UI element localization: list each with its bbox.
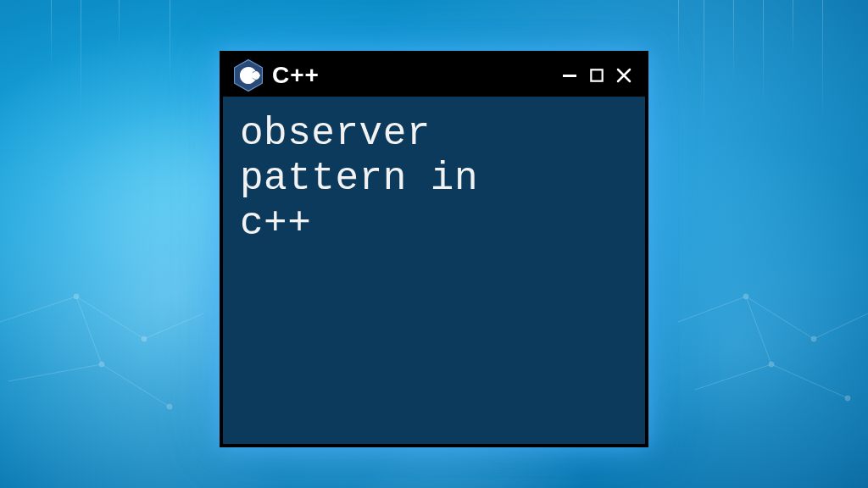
svg-line-15	[746, 297, 771, 364]
terminal-body: observer pattern in c++	[223, 97, 645, 262]
svg-point-19	[845, 396, 850, 401]
svg-line-10	[678, 297, 746, 322]
svg-rect-22	[253, 75, 256, 75]
svg-point-9	[167, 404, 172, 409]
minimize-button[interactable]	[557, 63, 582, 88]
svg-line-0	[0, 297, 76, 322]
window-controls	[557, 63, 637, 88]
svg-rect-26	[591, 69, 602, 80]
svg-line-4	[102, 364, 170, 407]
svg-line-2	[144, 313, 203, 339]
close-button[interactable]	[611, 63, 637, 88]
svg-point-6	[74, 294, 79, 299]
terminal-window: C++ observer pattern in c++	[220, 51, 648, 447]
svg-rect-25	[563, 75, 576, 77]
svg-point-16	[743, 294, 748, 299]
window-title: C++	[272, 62, 548, 89]
svg-rect-24	[257, 75, 260, 75]
svg-line-1	[76, 297, 144, 339]
svg-line-5	[76, 297, 102, 364]
svg-point-17	[811, 336, 816, 341]
svg-line-14	[771, 364, 848, 398]
svg-line-3	[8, 364, 102, 381]
svg-line-11	[746, 297, 814, 339]
svg-point-18	[769, 362, 774, 367]
svg-line-13	[695, 364, 771, 390]
svg-line-12	[814, 313, 868, 339]
cpp-logo-icon	[233, 58, 264, 92]
titlebar[interactable]: C++	[223, 54, 645, 97]
svg-point-8	[99, 362, 104, 367]
maximize-button[interactable]	[584, 63, 609, 88]
terminal-text: observer pattern in c++	[240, 112, 628, 247]
svg-point-7	[142, 336, 147, 341]
